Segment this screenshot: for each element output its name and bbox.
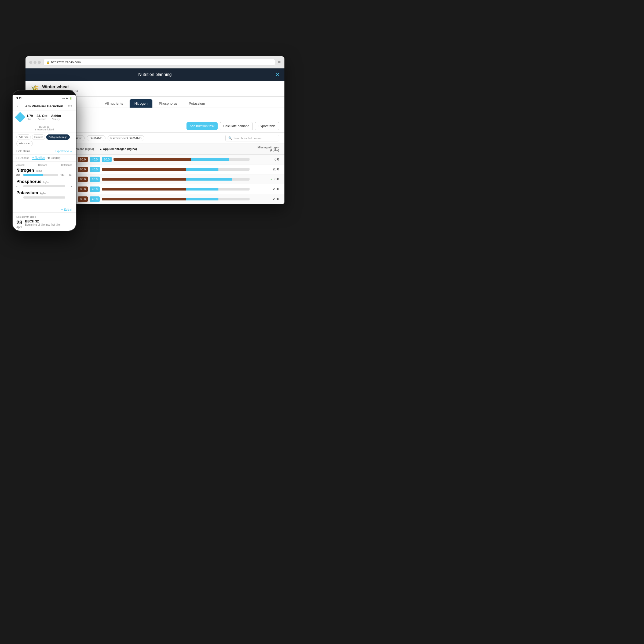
- applied-pill: 80.0: [78, 167, 88, 172]
- phone-mockup: 9:41 ▪▪▪ ≋ 🔋 ← Am Wallauer Bernchen ••• …: [12, 90, 76, 231]
- progress-bar: [102, 198, 250, 200]
- bbch-code: BBCH 31: [16, 126, 72, 128]
- missing-value: 20.0: [273, 197, 279, 201]
- phone-field-title: Am Wallauer Bernchen: [25, 104, 63, 108]
- field-ha-value: 1.79: [27, 114, 33, 118]
- edit-growth-stage-button[interactable]: Edit growth stage: [46, 134, 70, 140]
- tab-phosphorus[interactable]: Phosphorus: [154, 99, 182, 108]
- applied-cell: 80.040.0: [78, 186, 250, 192]
- field-variety-label: Variety: [51, 118, 61, 120]
- applied-pill: 80.0: [78, 177, 88, 182]
- status-tab-disease[interactable]: ⬡ Disease: [16, 156, 29, 160]
- next-bbch-code: BBCH 32: [25, 219, 61, 223]
- search-placeholder: Search for field name: [233, 137, 262, 140]
- col-header-missing-nitrogen: Missing nitrogen (kg/ha): [250, 146, 279, 152]
- applied-pill: 40.0: [90, 167, 100, 172]
- nutrition-label: Nutrition: [35, 156, 45, 159]
- potassium-applied-val: -: [16, 196, 22, 199]
- phone-notch: [34, 90, 55, 95]
- next-growth-content: 28 April BBCH 32 Beginning of tillering:…: [16, 219, 72, 229]
- harvest-button[interactable]: Harvest: [32, 134, 45, 140]
- phone-time: 9:41: [16, 97, 22, 100]
- status-tab-lodging[interactable]: ⬟ Lodging: [47, 156, 60, 160]
- browser-dot-red[interactable]: [29, 61, 32, 64]
- progress-bar: [102, 178, 250, 181]
- nitrogen-bar: [23, 174, 58, 176]
- applied-pill: 80.0: [78, 196, 88, 202]
- phosphorus-bar-row: - -: [16, 185, 72, 188]
- browser-menu-icon[interactable]: ≡: [278, 60, 281, 65]
- lock-icon: 🔒: [46, 61, 50, 64]
- next-growth-month: April: [16, 226, 22, 229]
- missing-value: 20.0: [273, 187, 279, 191]
- edit-shape-button[interactable]: Edit shape: [16, 141, 33, 146]
- export-table-button[interactable]: Export table: [255, 122, 279, 130]
- nutrition-icon: ✦: [32, 156, 34, 159]
- progress-bar: [102, 188, 250, 191]
- potassium-demand-val: -: [67, 196, 72, 199]
- field-stat-ha: 1.79 ha: [27, 114, 33, 120]
- missing-cell: 20.0: [250, 167, 279, 171]
- phone-menu-dots[interactable]: •••: [68, 104, 72, 108]
- next-growth-section: Next growth stage 28 April BBCH 32 Begin…: [13, 212, 76, 231]
- add-nutrition-task-button[interactable]: Add nutrition task: [186, 122, 218, 130]
- nutrient-item-potassium: Potassium kg/ha - -: [16, 191, 72, 199]
- back-button[interactable]: ←: [16, 104, 21, 108]
- nutrient-header-diff: Difference: [61, 164, 72, 166]
- help-icon: ℹ: [16, 202, 17, 205]
- phosphorus-name: Phosphorus: [16, 179, 41, 184]
- filter-chip-exceeding-demand[interactable]: EXCEEDING DEMAND: [108, 135, 145, 141]
- phone-field-info: 1.79 ha 23. Oct Seeded Achim Variety: [13, 111, 76, 124]
- missing-value: 20.0: [273, 167, 279, 171]
- field-stat-variety: Achim Variety: [51, 114, 61, 120]
- missing-value: 0.0: [275, 158, 279, 161]
- lodging-icon: ⬟: [47, 156, 50, 159]
- field-ha-label: ha: [27, 118, 33, 120]
- disease-icon: ⬡: [16, 156, 19, 159]
- growth-info: BBCH 32 Beginning of tillering: first ti…: [25, 219, 61, 226]
- next-growth-day: 28: [16, 219, 22, 226]
- field-seeded-label: Seeded: [36, 118, 47, 120]
- browser-dot-green[interactable]: [38, 61, 41, 64]
- tab-potassium[interactable]: Potassium: [184, 99, 210, 108]
- edit-all-button[interactable]: ✏ Edit all: [61, 208, 72, 211]
- applied-pill: 40.0: [90, 157, 100, 162]
- applied-cell: 80.060.0: [78, 177, 250, 182]
- crop-name: Winter wheat: [42, 85, 78, 89]
- nutrient-row-header: Applied Demand Difference: [16, 164, 72, 166]
- edit-all-row: ✏ Edit all: [13, 207, 76, 212]
- add-note-button[interactable]: Add note: [16, 134, 31, 140]
- phosphorus-unit: kg/ha: [43, 181, 49, 184]
- applied-cell: 80.040.020.0: [78, 157, 250, 162]
- tab-nitrogen[interactable]: Nitrogen: [130, 99, 152, 108]
- nitrogen-diff-val: 60: [67, 173, 72, 177]
- bbch-desc: 3 leaves unfolded: [16, 128, 72, 131]
- col-header-applied-nitrogen: ▲ Applied nitrogen (kg/ha): [99, 147, 250, 151]
- expert-view-link[interactable]: Expert view →: [55, 150, 72, 153]
- missing-cell: 20.0: [250, 187, 279, 191]
- field-diamond-icon: [15, 112, 25, 123]
- modal-close-button[interactable]: ✕: [276, 72, 280, 78]
- signal-icon: ▪▪▪ ≋ 🔋: [63, 97, 72, 100]
- nitrogen-applied-val: 80: [16, 173, 22, 177]
- status-tab-nutrition[interactable]: ✦ Nutrition: [32, 156, 45, 160]
- nitrogen-demand-val: 140: [60, 173, 65, 177]
- field-status-label: Field status: [16, 150, 30, 153]
- applied-cell: 80.040.0: [78, 196, 250, 202]
- applied-pill: 40.0: [90, 186, 100, 192]
- field-stats: 1.79 ha 23. Oct Seeded Achim Variety: [27, 114, 61, 120]
- browser-dot-yellow[interactable]: [34, 61, 36, 64]
- nitrogen-name: Nitrogen kg/ha: [16, 168, 42, 173]
- applied-pill: 40.0: [90, 196, 100, 202]
- tab-all-nutrients[interactable]: All nutrients: [100, 99, 128, 108]
- applied-cell: 80.040.0: [78, 167, 250, 172]
- missing-cell: 20.0: [250, 197, 279, 201]
- filter-chip-demand[interactable]: DEMAND: [87, 135, 105, 141]
- url-bar[interactable]: 🔒 https://fm.xarvio.com: [43, 59, 275, 65]
- field-variety-value: Achim: [51, 114, 61, 118]
- next-bbch-desc: Beginning of tillering: first tiller: [25, 223, 61, 226]
- missing-cell: ✓0.0: [250, 177, 279, 181]
- calculate-demand-button[interactable]: Calculate demand: [220, 122, 253, 130]
- search-box[interactable]: 🔍 Search for field name: [225, 135, 279, 141]
- nitrogen-bar-row: 80 140 60: [16, 173, 72, 177]
